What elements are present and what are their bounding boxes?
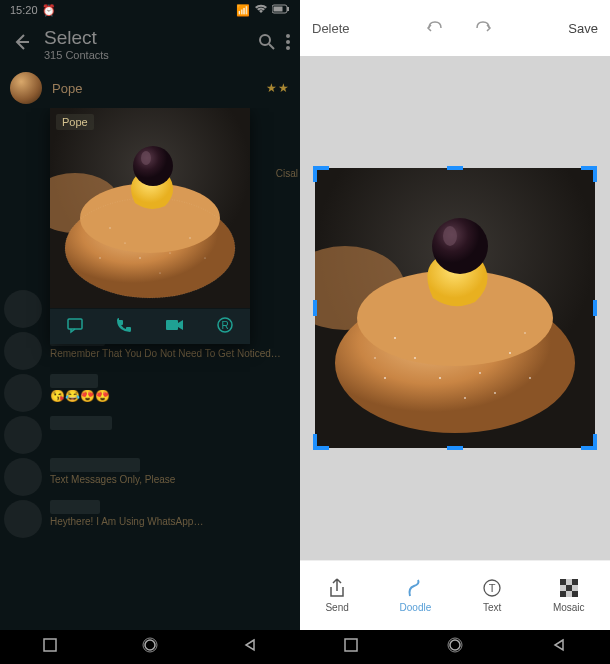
svg-point-20 xyxy=(159,272,160,273)
crop-handle[interactable] xyxy=(447,446,463,450)
undo-icon[interactable] xyxy=(425,18,445,38)
status-bar: 15:20 ⏰ 📶 xyxy=(0,0,300,20)
nav-recent-icon[interactable] xyxy=(344,638,358,656)
chat-icon[interactable] xyxy=(66,316,84,338)
tool-label: Send xyxy=(325,602,348,613)
name-redacted xyxy=(50,416,112,430)
svg-rect-56 xyxy=(566,591,572,597)
svg-point-46 xyxy=(443,226,457,246)
doodle-button[interactable]: Doodle xyxy=(400,578,432,613)
doodle-icon xyxy=(406,578,424,598)
contact-name: Pope xyxy=(52,81,256,96)
avatar xyxy=(4,332,42,370)
crop-handle[interactable] xyxy=(313,166,317,182)
contact-top-row[interactable]: Pope ★★ xyxy=(0,68,300,108)
status-text: Remember That You Do Not Need To Get Not… xyxy=(50,348,292,360)
svg-rect-49 xyxy=(560,579,566,585)
contacts-list[interactable]: Cisal xyxy=(0,108,300,630)
info-icon[interactable]: R xyxy=(216,316,234,338)
phone-icon[interactable] xyxy=(115,316,133,338)
svg-rect-58 xyxy=(345,639,357,651)
crop-handle[interactable] xyxy=(313,434,317,450)
name-redacted xyxy=(50,458,140,472)
signal-icon: 📶 xyxy=(236,4,250,17)
tool-label: Text xyxy=(483,602,501,613)
android-nav-right xyxy=(300,630,610,664)
battery-icon xyxy=(272,4,290,16)
mosaic-icon xyxy=(560,578,578,598)
svg-point-44 xyxy=(524,332,526,334)
more-icon[interactable] xyxy=(286,34,290,54)
svg-point-21 xyxy=(133,146,173,186)
nav-recent-icon[interactable] xyxy=(43,638,57,656)
svg-rect-53 xyxy=(566,585,572,591)
svg-rect-24 xyxy=(166,320,178,330)
svg-point-16 xyxy=(169,252,170,253)
name-redacted xyxy=(50,500,100,514)
back-icon[interactable] xyxy=(6,26,38,62)
star-icon: ★★ xyxy=(266,81,290,95)
delete-button[interactable]: Delete xyxy=(312,21,350,36)
svg-point-59 xyxy=(450,640,460,650)
nav-back-icon[interactable] xyxy=(243,638,257,656)
svg-point-6 xyxy=(286,40,290,44)
share-icon xyxy=(328,578,346,598)
status-text: Heythere! I Am Using WhatsApp… xyxy=(50,516,292,528)
contact-preview-card: Pope R xyxy=(50,108,250,344)
nav-home-icon[interactable] xyxy=(447,637,463,657)
text-button[interactable]: T Text xyxy=(482,578,502,613)
editor-toolbar: Send Doodle T Text Mosaic xyxy=(300,560,610,630)
svg-line-4 xyxy=(269,44,274,49)
svg-point-43 xyxy=(494,392,496,394)
svg-point-42 xyxy=(374,357,376,359)
svg-rect-23 xyxy=(68,319,82,329)
svg-rect-55 xyxy=(560,591,566,597)
save-button[interactable]: Save xyxy=(568,21,598,36)
tool-label: Doodle xyxy=(400,602,432,613)
svg-point-38 xyxy=(509,352,511,354)
list-item[interactable]: 😘😂😍😍 xyxy=(0,372,300,414)
svg-rect-57 xyxy=(572,591,578,597)
search-icon[interactable] xyxy=(258,33,276,55)
svg-point-40 xyxy=(384,377,386,379)
crop-handle[interactable] xyxy=(593,434,597,450)
svg-text:T: T xyxy=(489,582,496,594)
svg-point-5 xyxy=(286,34,290,38)
send-button[interactable]: Send xyxy=(325,578,348,613)
status-text: Text Messages Only, Please xyxy=(50,474,292,486)
list-item[interactable]: Text Messages Only, Please xyxy=(0,456,300,498)
video-icon[interactable] xyxy=(165,318,185,336)
svg-point-37 xyxy=(479,372,481,374)
svg-point-18 xyxy=(204,257,205,258)
svg-point-15 xyxy=(139,257,141,259)
svg-point-35 xyxy=(414,357,416,359)
alarm-icon: ⏰ xyxy=(42,4,56,17)
preview-image[interactable]: Pope xyxy=(50,108,250,308)
mosaic-button[interactable]: Mosaic xyxy=(553,578,585,613)
name-redacted xyxy=(50,374,98,388)
svg-point-45 xyxy=(432,218,488,274)
page-title: Select xyxy=(44,27,258,49)
nav-home-icon[interactable] xyxy=(142,637,158,657)
wifi-icon xyxy=(254,4,268,16)
crop-handle[interactable] xyxy=(313,300,317,316)
avatar xyxy=(10,72,42,104)
crop-handle[interactable] xyxy=(593,166,597,182)
list-item[interactable] xyxy=(0,414,300,456)
svg-point-14 xyxy=(124,242,125,243)
text-icon: T xyxy=(482,578,502,598)
tool-label: Mosaic xyxy=(553,602,585,613)
crop-frame[interactable] xyxy=(315,168,595,448)
editor-canvas[interactable] xyxy=(300,56,610,560)
nav-back-icon[interactable] xyxy=(552,638,566,656)
svg-point-3 xyxy=(260,35,270,45)
status-time: 15:20 xyxy=(10,4,38,16)
editor-header: Delete Save xyxy=(300,0,610,56)
redo-icon[interactable] xyxy=(473,18,493,38)
list-item[interactable]: Heythere! I Am Using WhatsApp… xyxy=(0,498,300,540)
status-text: 😘😂😍😍 xyxy=(50,390,292,402)
crop-handle[interactable] xyxy=(593,300,597,316)
android-nav-left xyxy=(0,630,300,664)
svg-point-7 xyxy=(286,46,290,50)
crop-handle[interactable] xyxy=(447,166,463,170)
